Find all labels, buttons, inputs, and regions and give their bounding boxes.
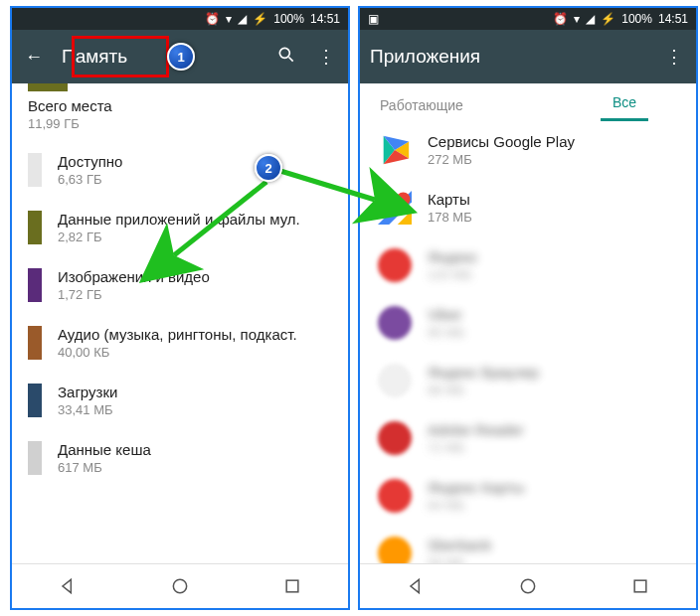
tab-all[interactable]: Все <box>601 86 648 121</box>
signal-icon: ◢ <box>238 12 247 26</box>
app-icon <box>376 477 414 515</box>
app-name: Sberbank <box>428 537 491 553</box>
app-icon <box>376 535 414 563</box>
wifi-icon: ▾ <box>574 12 580 26</box>
app-row[interactable]: Sberbank 58 МБ <box>360 525 696 563</box>
app-name: Viber <box>428 306 464 323</box>
color-swatch <box>28 384 42 417</box>
app-row[interactable]: Viber 95 МБ <box>360 294 696 352</box>
overflow-icon[interactable]: ⋮ <box>314 46 338 68</box>
battery-icon: ⚡ <box>601 12 615 26</box>
app-name: Яндекс <box>428 248 477 265</box>
screenshot-icon: ▣ <box>368 12 379 26</box>
alarm-icon: ⏰ <box>205 12 220 26</box>
nav-home-icon[interactable] <box>170 576 190 596</box>
nav-back-icon[interactable] <box>406 576 426 596</box>
app-row[interactable]: Яндекс 120 МБ <box>360 236 696 294</box>
app-row[interactable]: Карты 178 МБ <box>360 179 696 236</box>
tab-running[interactable]: Работающие <box>368 89 475 121</box>
storage-row[interactable]: Данные приложений и файлы мул. 2,82 ГБ <box>12 199 348 256</box>
storage-row[interactable]: Изображения и видео 1,72 ГБ <box>12 256 348 314</box>
storage-row[interactable]: Данные кеша 617 МБ <box>12 429 348 487</box>
battery-percent: 100% <box>621 12 652 26</box>
svg-rect-7 <box>634 580 646 592</box>
app-row[interactable]: Сервисы Google Play 272 МБ <box>360 121 696 179</box>
usage-bar-peek <box>28 83 68 91</box>
battery-icon: ⚡ <box>253 12 267 26</box>
nav-recents-icon[interactable] <box>282 576 302 596</box>
total-value: 11,99 ГБ <box>28 116 332 131</box>
wifi-icon: ▾ <box>226 12 232 26</box>
battery-percent: 100% <box>273 12 304 26</box>
clock: 14:51 <box>658 12 688 26</box>
status-bar: ▣ ⏰ ▾ ◢ ⚡ 100% 14:51 <box>360 8 696 30</box>
color-swatch <box>28 441 42 475</box>
app-row[interactable]: Adobe Reader 72 МБ <box>360 409 696 467</box>
app-size: 120 МБ <box>428 267 477 282</box>
clock: 14:51 <box>310 12 340 26</box>
nav-back-icon[interactable] <box>58 576 78 596</box>
apps-content: Работающие Все Сервисы Google Play 272 М… <box>360 83 696 563</box>
phone-left-storage: ⏰ ▾ ◢ ⚡ 100% 14:51 ← Память ⋮ Всего мест… <box>10 6 350 610</box>
status-bar: ⏰ ▾ ◢ ⚡ 100% 14:51 <box>12 8 348 30</box>
app-icon <box>376 362 414 399</box>
storage-row-value: 6,63 ГБ <box>58 172 332 187</box>
app-size: 95 МБ <box>428 325 464 340</box>
storage-row-label: Загрузки <box>58 384 332 400</box>
signal-icon: ◢ <box>586 12 595 26</box>
app-size: 272 МБ <box>428 152 575 167</box>
alarm-icon: ⏰ <box>553 12 568 26</box>
app-size: 88 МБ <box>428 383 539 397</box>
color-swatch <box>28 211 42 244</box>
storage-row-label: Данные кеша <box>58 441 332 458</box>
storage-row[interactable]: Аудио (музыка, рингтоны, подкаст. 40,00 … <box>12 314 348 372</box>
app-name: Карты <box>428 191 472 208</box>
back-icon[interactable]: ← <box>22 47 46 68</box>
app-icon <box>376 419 414 457</box>
nav-bar <box>360 563 696 608</box>
app-row[interactable]: Яндекс Браузер 88 МБ <box>360 352 696 409</box>
color-swatch <box>28 326 42 360</box>
app-bar: ← Память ⋮ <box>12 30 348 83</box>
app-name: Яндекс Браузер <box>428 364 539 381</box>
storage-content: Всего места 11,99 ГБ Доступно 6,63 ГБ Да… <box>12 83 348 563</box>
page-title: Память <box>62 46 127 68</box>
app-name: Adobe Reader <box>428 421 524 438</box>
app-name: Сервисы Google Play <box>428 133 575 150</box>
color-swatch <box>28 268 42 302</box>
overflow-icon[interactable]: ⋮ <box>662 46 686 68</box>
app-icon <box>376 304 414 342</box>
storage-row[interactable]: Доступно 6,63 ГБ <box>12 141 348 199</box>
storage-row-value: 617 МБ <box>58 460 332 475</box>
nav-bar <box>12 563 348 608</box>
app-icon <box>376 189 414 227</box>
search-icon[interactable] <box>274 45 298 70</box>
svg-point-6 <box>521 579 534 592</box>
total-storage-block: Всего места 11,99 ГБ <box>12 83 348 141</box>
nav-home-icon[interactable] <box>518 576 538 596</box>
svg-point-0 <box>279 48 289 58</box>
page-title: Приложения <box>370 46 480 68</box>
app-bar: Приложения ⋮ <box>360 30 696 83</box>
svg-point-2 <box>173 579 186 592</box>
app-size: 64 МБ <box>428 498 524 513</box>
storage-row-value: 1,72 ГБ <box>58 287 332 302</box>
app-icon <box>376 246 414 284</box>
storage-row-label: Доступно <box>58 153 332 170</box>
svg-rect-3 <box>286 580 298 592</box>
storage-row-label: Аудио (музыка, рингтоны, подкаст. <box>58 326 332 343</box>
app-name: Яндекс Карты <box>428 479 524 496</box>
storage-row[interactable]: Загрузки 33,41 МБ <box>12 372 348 429</box>
storage-row-label: Данные приложений и файлы мул. <box>58 211 332 228</box>
app-size: 72 МБ <box>428 440 524 455</box>
app-size: 178 МБ <box>428 210 472 225</box>
storage-row-label: Изображения и видео <box>58 268 332 285</box>
app-row[interactable]: Яндекс Карты 64 МБ <box>360 467 696 525</box>
color-swatch <box>28 153 42 187</box>
total-label: Всего места <box>28 97 332 114</box>
nav-recents-icon[interactable] <box>630 576 650 596</box>
svg-line-1 <box>289 57 293 61</box>
phone-right-apps: ▣ ⏰ ▾ ◢ ⚡ 100% 14:51 Приложения ⋮ Работа… <box>358 6 698 610</box>
app-size: 58 МБ <box>428 555 491 563</box>
tabs: Работающие Все <box>360 83 696 121</box>
